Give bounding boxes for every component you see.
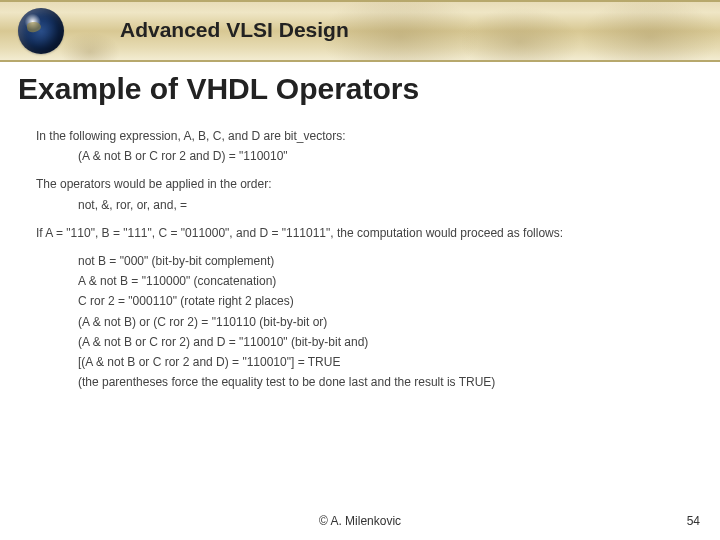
footer-author: © A. Milenkovic — [0, 514, 720, 528]
order-list: not, &, ror, or, and, = — [36, 197, 690, 213]
expression: (A & not B or C ror 2 and D) = "110010" — [36, 148, 690, 164]
step-2: A & not B = "110000" (concatenation) — [36, 273, 690, 289]
slide-body: In the following expression, A, B, C, an… — [36, 128, 690, 394]
step-3: C ror 2 = "000110" (rotate right 2 place… — [36, 293, 690, 309]
given-values: If A = "110", B = "111", C = "011000", a… — [36, 225, 690, 241]
globe-icon — [18, 8, 64, 54]
step-7: (the parentheses force the equality test… — [36, 374, 690, 390]
header-band — [0, 0, 720, 62]
course-title: Advanced VLSI Design — [120, 18, 349, 42]
intro-text: In the following expression, A, B, C, an… — [36, 128, 690, 144]
step-4: (A & not B) or (C ror 2) = "110110 (bit-… — [36, 314, 690, 330]
slide-title: Example of VHDL Operators — [18, 72, 419, 106]
step-1: not B = "000" (bit-by-bit complement) — [36, 253, 690, 269]
step-5: (A & not B or C ror 2) and D = "110010" … — [36, 334, 690, 350]
footer-page-number: 54 — [687, 514, 700, 528]
step-6: [(A & not B or C ror 2 and D) = "110010"… — [36, 354, 690, 370]
order-label: The operators would be applied in the or… — [36, 176, 690, 192]
